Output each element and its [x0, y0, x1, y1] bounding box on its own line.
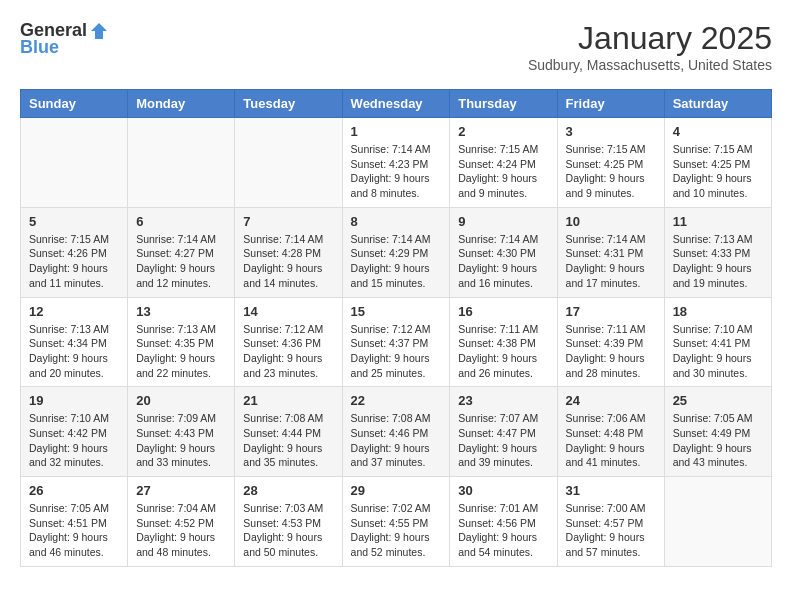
- day-info: Sunrise: 7:14 AM Sunset: 4:29 PM Dayligh…: [351, 232, 442, 291]
- calendar-cell: 25Sunrise: 7:05 AM Sunset: 4:49 PM Dayli…: [664, 387, 771, 477]
- calendar-cell: 14Sunrise: 7:12 AM Sunset: 4:36 PM Dayli…: [235, 297, 342, 387]
- day-info: Sunrise: 7:12 AM Sunset: 4:37 PM Dayligh…: [351, 322, 442, 381]
- day-number: 2: [458, 124, 548, 139]
- logo: General Blue: [20, 20, 109, 58]
- day-number: 9: [458, 214, 548, 229]
- day-number: 30: [458, 483, 548, 498]
- day-number: 24: [566, 393, 656, 408]
- calendar-cell: 24Sunrise: 7:06 AM Sunset: 4:48 PM Dayli…: [557, 387, 664, 477]
- calendar-cell: 10Sunrise: 7:14 AM Sunset: 4:31 PM Dayli…: [557, 207, 664, 297]
- day-number: 18: [673, 304, 763, 319]
- day-info: Sunrise: 7:11 AM Sunset: 4:38 PM Dayligh…: [458, 322, 548, 381]
- calendar-week-row: 5Sunrise: 7:15 AM Sunset: 4:26 PM Daylig…: [21, 207, 772, 297]
- day-number: 27: [136, 483, 226, 498]
- day-info: Sunrise: 7:14 AM Sunset: 4:23 PM Dayligh…: [351, 142, 442, 201]
- calendar-header-row: SundayMondayTuesdayWednesdayThursdayFrid…: [21, 90, 772, 118]
- day-info: Sunrise: 7:09 AM Sunset: 4:43 PM Dayligh…: [136, 411, 226, 470]
- day-number: 28: [243, 483, 333, 498]
- calendar-week-row: 26Sunrise: 7:05 AM Sunset: 4:51 PM Dayli…: [21, 477, 772, 567]
- calendar-cell: [664, 477, 771, 567]
- calendar-cell: 12Sunrise: 7:13 AM Sunset: 4:34 PM Dayli…: [21, 297, 128, 387]
- calendar-cell: 20Sunrise: 7:09 AM Sunset: 4:43 PM Dayli…: [128, 387, 235, 477]
- day-info: Sunrise: 7:04 AM Sunset: 4:52 PM Dayligh…: [136, 501, 226, 560]
- calendar-cell: 29Sunrise: 7:02 AM Sunset: 4:55 PM Dayli…: [342, 477, 450, 567]
- day-info: Sunrise: 7:15 AM Sunset: 4:25 PM Dayligh…: [673, 142, 763, 201]
- day-info: Sunrise: 7:14 AM Sunset: 4:30 PM Dayligh…: [458, 232, 548, 291]
- day-number: 29: [351, 483, 442, 498]
- calendar-cell: 27Sunrise: 7:04 AM Sunset: 4:52 PM Dayli…: [128, 477, 235, 567]
- day-info: Sunrise: 7:02 AM Sunset: 4:55 PM Dayligh…: [351, 501, 442, 560]
- day-info: Sunrise: 7:05 AM Sunset: 4:51 PM Dayligh…: [29, 501, 119, 560]
- day-number: 25: [673, 393, 763, 408]
- calendar-cell: 3Sunrise: 7:15 AM Sunset: 4:25 PM Daylig…: [557, 118, 664, 208]
- day-info: Sunrise: 7:08 AM Sunset: 4:46 PM Dayligh…: [351, 411, 442, 470]
- calendar-cell: 7Sunrise: 7:14 AM Sunset: 4:28 PM Daylig…: [235, 207, 342, 297]
- day-number: 6: [136, 214, 226, 229]
- calendar-cell: 31Sunrise: 7:00 AM Sunset: 4:57 PM Dayli…: [557, 477, 664, 567]
- day-number: 1: [351, 124, 442, 139]
- calendar-cell: 2Sunrise: 7:15 AM Sunset: 4:24 PM Daylig…: [450, 118, 557, 208]
- calendar-cell: 28Sunrise: 7:03 AM Sunset: 4:53 PM Dayli…: [235, 477, 342, 567]
- weekday-header: Monday: [128, 90, 235, 118]
- day-info: Sunrise: 7:06 AM Sunset: 4:48 PM Dayligh…: [566, 411, 656, 470]
- calendar-cell: 5Sunrise: 7:15 AM Sunset: 4:26 PM Daylig…: [21, 207, 128, 297]
- day-info: Sunrise: 7:13 AM Sunset: 4:34 PM Dayligh…: [29, 322, 119, 381]
- day-number: 4: [673, 124, 763, 139]
- day-number: 17: [566, 304, 656, 319]
- day-number: 13: [136, 304, 226, 319]
- calendar-cell: 26Sunrise: 7:05 AM Sunset: 4:51 PM Dayli…: [21, 477, 128, 567]
- logo-icon: [89, 21, 109, 41]
- calendar-cell: 8Sunrise: 7:14 AM Sunset: 4:29 PM Daylig…: [342, 207, 450, 297]
- day-info: Sunrise: 7:14 AM Sunset: 4:31 PM Dayligh…: [566, 232, 656, 291]
- calendar-cell: 13Sunrise: 7:13 AM Sunset: 4:35 PM Dayli…: [128, 297, 235, 387]
- day-info: Sunrise: 7:10 AM Sunset: 4:41 PM Dayligh…: [673, 322, 763, 381]
- calendar-cell: 16Sunrise: 7:11 AM Sunset: 4:38 PM Dayli…: [450, 297, 557, 387]
- calendar-cell: 1Sunrise: 7:14 AM Sunset: 4:23 PM Daylig…: [342, 118, 450, 208]
- weekday-header: Friday: [557, 90, 664, 118]
- day-number: 19: [29, 393, 119, 408]
- day-number: 14: [243, 304, 333, 319]
- logo-blue-text: Blue: [20, 37, 59, 58]
- calendar-cell: 17Sunrise: 7:11 AM Sunset: 4:39 PM Dayli…: [557, 297, 664, 387]
- calendar-cell: 6Sunrise: 7:14 AM Sunset: 4:27 PM Daylig…: [128, 207, 235, 297]
- weekday-header: Thursday: [450, 90, 557, 118]
- location-subtitle: Sudbury, Massachusetts, United States: [528, 57, 772, 73]
- weekday-header: Wednesday: [342, 90, 450, 118]
- weekday-header: Tuesday: [235, 90, 342, 118]
- day-number: 11: [673, 214, 763, 229]
- day-number: 15: [351, 304, 442, 319]
- day-number: 26: [29, 483, 119, 498]
- day-info: Sunrise: 7:07 AM Sunset: 4:47 PM Dayligh…: [458, 411, 548, 470]
- weekday-header: Saturday: [664, 90, 771, 118]
- calendar-cell: [21, 118, 128, 208]
- calendar-cell: 19Sunrise: 7:10 AM Sunset: 4:42 PM Dayli…: [21, 387, 128, 477]
- day-number: 3: [566, 124, 656, 139]
- day-info: Sunrise: 7:00 AM Sunset: 4:57 PM Dayligh…: [566, 501, 656, 560]
- calendar-cell: 21Sunrise: 7:08 AM Sunset: 4:44 PM Dayli…: [235, 387, 342, 477]
- day-number: 22: [351, 393, 442, 408]
- day-info: Sunrise: 7:11 AM Sunset: 4:39 PM Dayligh…: [566, 322, 656, 381]
- calendar-cell: 22Sunrise: 7:08 AM Sunset: 4:46 PM Dayli…: [342, 387, 450, 477]
- calendar-week-row: 1Sunrise: 7:14 AM Sunset: 4:23 PM Daylig…: [21, 118, 772, 208]
- day-info: Sunrise: 7:03 AM Sunset: 4:53 PM Dayligh…: [243, 501, 333, 560]
- day-number: 10: [566, 214, 656, 229]
- calendar-cell: 30Sunrise: 7:01 AM Sunset: 4:56 PM Dayli…: [450, 477, 557, 567]
- day-number: 23: [458, 393, 548, 408]
- day-number: 12: [29, 304, 119, 319]
- page-header: General Blue January 2025 Sudbury, Massa…: [20, 20, 772, 73]
- calendar-cell: 15Sunrise: 7:12 AM Sunset: 4:37 PM Dayli…: [342, 297, 450, 387]
- calendar-table: SundayMondayTuesdayWednesdayThursdayFrid…: [20, 89, 772, 567]
- calendar-cell: 4Sunrise: 7:15 AM Sunset: 4:25 PM Daylig…: [664, 118, 771, 208]
- day-number: 5: [29, 214, 119, 229]
- calendar-cell: 9Sunrise: 7:14 AM Sunset: 4:30 PM Daylig…: [450, 207, 557, 297]
- day-info: Sunrise: 7:14 AM Sunset: 4:27 PM Dayligh…: [136, 232, 226, 291]
- calendar-cell: 11Sunrise: 7:13 AM Sunset: 4:33 PM Dayli…: [664, 207, 771, 297]
- calendar-cell: 18Sunrise: 7:10 AM Sunset: 4:41 PM Dayli…: [664, 297, 771, 387]
- day-number: 31: [566, 483, 656, 498]
- calendar-cell: [235, 118, 342, 208]
- day-info: Sunrise: 7:14 AM Sunset: 4:28 PM Dayligh…: [243, 232, 333, 291]
- title-area: January 2025 Sudbury, Massachusetts, Uni…: [528, 20, 772, 73]
- day-number: 8: [351, 214, 442, 229]
- day-info: Sunrise: 7:08 AM Sunset: 4:44 PM Dayligh…: [243, 411, 333, 470]
- svg-marker-0: [91, 23, 107, 39]
